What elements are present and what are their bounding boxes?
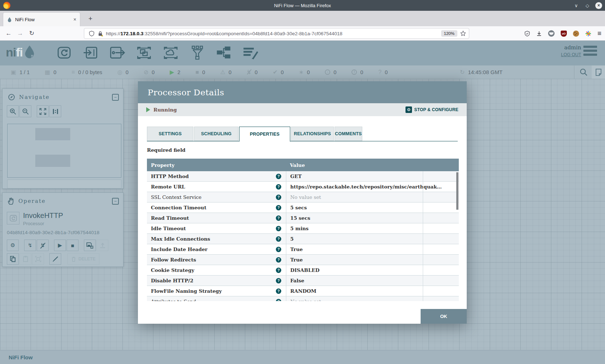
zoom-in-button[interactable] [7, 105, 19, 117]
status-icon: ≡ [72, 69, 75, 75]
browser-navbar: ← → ↻ ▲ https://172.18.0.3:32558/nifi/?p… [0, 26, 605, 41]
disable-button[interactable]: ↯ [37, 240, 49, 251]
shield-permissions-icon[interactable] [89, 31, 94, 36]
status-value: 0 [307, 69, 310, 75]
help-icon[interactable] [276, 174, 281, 179]
downloads-icon[interactable] [536, 31, 542, 37]
zoom-fit-button[interactable] [37, 105, 49, 117]
process-group-icon[interactable] [134, 44, 154, 62]
logout-link[interactable]: LOG OUT [561, 52, 581, 57]
collapse-navigate-button[interactable]: − [112, 94, 119, 101]
table-row: Remote URL https://repo.stackable.tech/r… [147, 182, 459, 192]
row-spacer-cell [423, 286, 459, 296]
row-spacer-cell [423, 276, 459, 286]
start-button[interactable]: ▶ [54, 240, 66, 251]
stop-button[interactable]: ■ [67, 240, 79, 251]
help-icon[interactable] [276, 247, 281, 252]
stop-icon: ■ [71, 242, 74, 249]
help-icon[interactable] [276, 236, 281, 242]
new-tab-button[interactable]: + [86, 14, 95, 23]
dialog-tab[interactable]: COMMENTS [335, 127, 362, 141]
dialog-status-row: Running ⚙ STOP & CONFIGURE [138, 103, 467, 116]
status-value: 1 / 1 [19, 69, 30, 75]
template-icon[interactable] [214, 44, 234, 62]
help-icon[interactable] [276, 288, 281, 294]
enable-button[interactable]: ↯ [24, 240, 36, 251]
nifi-header: nifi [0, 41, 605, 65]
close-button[interactable]: × [595, 2, 602, 9]
lock-icon[interactable]: ▲ [98, 31, 103, 36]
copy-icon [10, 256, 16, 262]
stop-configure-button[interactable]: ⚙ STOP & CONFIGURE [405, 106, 458, 113]
bookmark-star-icon[interactable] [460, 31, 466, 36]
dialog-tab[interactable]: RELATIONSHIPS [291, 127, 334, 141]
property-value: DISABLED [286, 265, 423, 275]
zoom-out-button[interactable] [19, 105, 31, 117]
table-header: Property Value [147, 159, 459, 171]
create-template-button[interactable] [84, 240, 96, 251]
table-row: Include Date Header True [147, 244, 459, 255]
status-value: 0 [152, 69, 154, 75]
help-icon[interactable] [276, 195, 281, 200]
property-name: FlowFile Naming Strategy [151, 288, 276, 294]
zoom-level-badge[interactable]: 120% [441, 30, 457, 37]
table-row: Disable HTTP/2 False [147, 276, 459, 286]
extension-sparkle-icon[interactable] [585, 31, 591, 37]
configure-button[interactable]: ⚙ [7, 240, 19, 251]
help-icon[interactable] [276, 278, 281, 283]
property-name: Read Timeout [151, 215, 276, 221]
status-icon: ? [378, 69, 382, 75]
extension-mask-icon[interactable] [548, 30, 555, 37]
maximize-button[interactable]: ◇ [584, 3, 591, 8]
input-port-icon[interactable] [81, 44, 101, 62]
extension-ublock-icon[interactable]: uO [561, 31, 567, 37]
status-icon: ⚠ [220, 69, 225, 75]
zoom-actual-button[interactable] [49, 105, 61, 117]
collapse-operate-button[interactable]: − [112, 198, 119, 205]
copy-button[interactable] [7, 253, 19, 265]
status-value: 0 [385, 69, 387, 75]
funnel-icon[interactable] [187, 44, 207, 62]
dialog-tab[interactable]: SCHEDULING [194, 127, 238, 141]
help-icon[interactable] [276, 226, 281, 231]
forward-button[interactable]: → [14, 30, 26, 37]
label-icon[interactable] [241, 44, 261, 62]
privacy-shield-icon[interactable] [524, 31, 530, 37]
close-tab-icon[interactable]: × [73, 17, 76, 22]
birdseye-minimap[interactable] [7, 124, 121, 178]
breadcrumb[interactable]: NiFi Flow [0, 350, 605, 364]
brush-icon [52, 256, 59, 262]
status-item: ⚠ 0 [220, 69, 231, 75]
firefox-icon [3, 2, 10, 9]
browser-menu-icon[interactable]: ≡ [597, 29, 601, 37]
help-icon[interactable] [276, 215, 281, 221]
back-button[interactable]: ← [3, 30, 14, 37]
status-icon: ■ [196, 69, 199, 75]
change-color-button[interactable] [49, 253, 61, 265]
row-spacer-cell [423, 223, 459, 233]
help-icon[interactable] [276, 268, 281, 273]
help-icon[interactable] [276, 299, 281, 301]
global-menu-icon[interactable] [583, 46, 597, 58]
browser-tab[interactable]: NiFi Flow × [3, 12, 80, 26]
dialog-tab[interactable]: PROPERTIES [239, 127, 290, 142]
reload-button[interactable]: ↻ [26, 29, 37, 37]
row-spacer-cell [423, 244, 459, 254]
output-port-icon[interactable] [107, 44, 127, 62]
remote-process-group-icon[interactable] [161, 44, 181, 62]
processor-icon[interactable] [54, 44, 74, 62]
property-value: True [286, 244, 423, 254]
status-icon: ↑ [325, 69, 330, 75]
extension-cookie-icon[interactable] [573, 31, 579, 37]
help-icon[interactable] [276, 257, 281, 263]
url-bar[interactable]: ▲ https://172.18.0.3:32558/nifi/?process… [84, 28, 469, 39]
status-icon: ↯ [247, 69, 251, 75]
ok-button[interactable]: OK [421, 309, 467, 324]
status-icon: ▦ [45, 69, 50, 75]
dialog-tab[interactable]: SETTINGS [147, 127, 193, 141]
table-scrollbar-thumb[interactable] [456, 172, 458, 210]
help-icon[interactable] [276, 184, 281, 190]
status-item: ↯ 0 [247, 69, 257, 75]
minimize-button[interactable]: ∨ [573, 3, 579, 8]
help-icon[interactable] [276, 205, 281, 210]
